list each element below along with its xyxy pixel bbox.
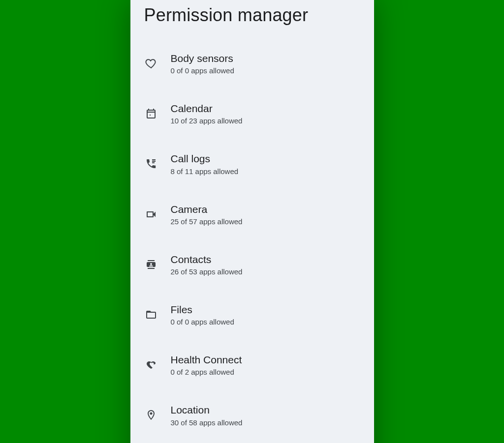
camera-icon [144,207,158,221]
calendar-icon [144,107,158,120]
permission-item-body-sensors[interactable]: Body sensors 0 of 0 apps allowed [130,44,374,83]
call-log-icon [144,157,158,171]
settings-panel: Permission manager Body sensors 0 of 0 a… [130,0,374,443]
permission-item-sub: 26 of 53 apps allowed [171,267,360,276]
permission-item-text: Health Connect 0 of 2 apps allowed [171,354,360,376]
permission-item-text: Call logs 8 of 11 apps allowed [171,152,360,175]
permission-item-label: Camera [171,203,360,215]
permission-item-sub: 0 of 0 apps allowed [171,318,360,326]
permission-item-call-logs[interactable]: Call logs 8 of 11 apps allowed [130,145,374,183]
permission-item-text: Files 0 of 0 apps allowed [171,303,360,326]
permission-item-text: Location 30 of 58 apps allowed [171,404,360,426]
page-title: Permission manager [130,0,374,44]
permission-item-label: Contacts [171,253,360,266]
permission-item-sub: 25 of 57 apps allowed [171,217,360,226]
permission-item-label: Call logs [171,152,360,165]
permission-item-calendar[interactable]: Calendar 10 of 23 apps allowed [130,94,374,133]
permission-list: Body sensors 0 of 0 apps allowed Calenda… [130,44,374,443]
permission-item-location[interactable]: Location 30 of 58 apps allowed [130,396,374,434]
permission-item-label: Health Connect [171,354,360,366]
permission-item-camera[interactable]: Camera 25 of 57 apps allowed [130,195,374,234]
permission-item-text: Calendar 10 of 23 apps allowed [171,102,360,125]
permission-item-label: Calendar [171,102,360,115]
permission-item-label: Files [171,303,360,316]
contacts-icon [144,258,158,271]
permission-item-text: Camera 25 of 57 apps allowed [171,203,360,226]
permission-item-files[interactable]: Files 0 of 0 apps allowed [130,295,374,334]
permission-item-sub: 0 of 2 apps allowed [171,368,360,376]
permission-item-sub: 10 of 23 apps allowed [171,117,360,125]
permission-item-text: Contacts 26 of 53 apps allowed [171,253,360,276]
permission-item-health-connect[interactable]: Health Connect 0 of 2 apps allowed [130,346,374,384]
permission-item-text: Body sensors 0 of 0 apps allowed [171,52,360,75]
permission-item-sub: 8 of 11 apps allowed [171,167,360,176]
permission-item-sub: 30 of 58 apps allowed [171,418,360,427]
permission-item-sub: 0 of 0 apps allowed [171,66,360,75]
folder-icon [144,308,158,322]
heart-icon [144,57,158,70]
permission-item-contacts[interactable]: Contacts 26 of 53 apps allowed [130,245,374,284]
health-connect-icon [144,358,158,372]
permission-item-label: Body sensors [171,52,360,64]
location-icon [144,408,158,422]
permission-item-label: Location [171,404,360,416]
